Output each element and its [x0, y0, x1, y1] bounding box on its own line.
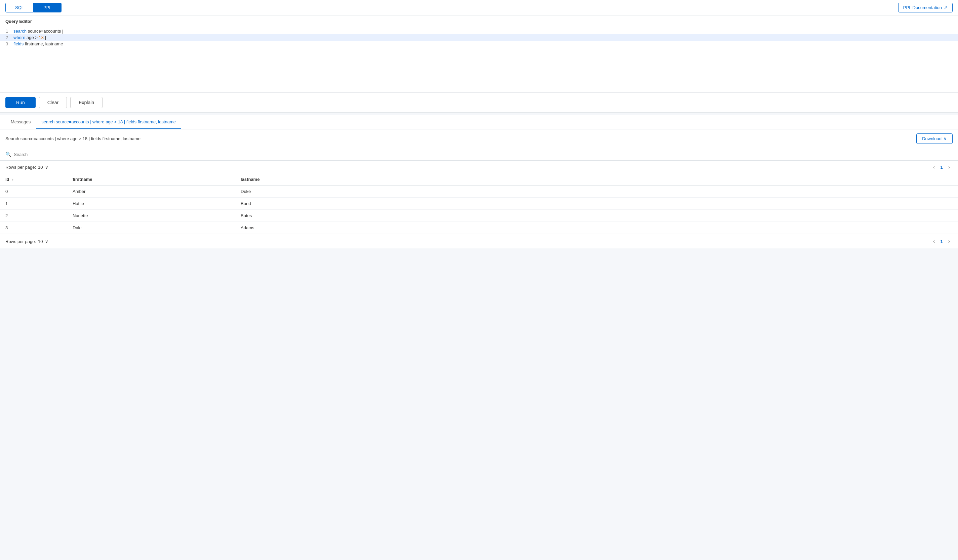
col-header-firstname[interactable]: firstname [67, 173, 235, 186]
col-lastname-label: lastname [241, 177, 260, 182]
cell-id: 0 [0, 186, 67, 198]
explain-button[interactable]: Explain [70, 97, 103, 108]
code-line-1: 1 search source=accounts | [0, 28, 958, 34]
code-line-3: 3 fields firstname, lastname [0, 41, 958, 47]
tab-ppl[interactable]: PPL [33, 3, 62, 13]
result-tabs-bar: Messages search source=accounts | where … [0, 115, 958, 129]
sort-asc-icon: ↑ [12, 178, 14, 181]
code-line-2: 2 where age > 18 | [0, 34, 958, 41]
col-id-label: id [5, 177, 10, 182]
chevron-down-icon: ∨ [944, 136, 947, 141]
next-page-button-top[interactable]: › [945, 163, 953, 171]
line-content-1: search source=accounts | [13, 29, 63, 33]
line-number-1: 1 [0, 29, 13, 33]
line-content-2: where age > 18 | [13, 35, 46, 40]
query-editor-label: Query Editor [0, 16, 958, 25]
col-header-lastname[interactable]: lastname [235, 173, 958, 186]
cell-lastname: Duke [235, 186, 958, 198]
table-row: 3 Dale Adams [0, 222, 958, 234]
rows-per-page-bottom[interactable]: Rows per page: 10 ∨ [5, 239, 48, 244]
page-number-bottom: 1 [940, 239, 942, 244]
data-table: id ↑ firstname lastname 0 Amber Duke 1 H… [0, 173, 958, 234]
prev-page-button-top[interactable]: ‹ [930, 163, 937, 171]
cell-firstname: Dale [67, 222, 235, 234]
line-number-3: 3 [0, 42, 13, 46]
cell-id: 1 [0, 198, 67, 210]
pagination-top: Rows per page: 10 ∨ ‹ 1 › [0, 161, 958, 173]
download-button[interactable]: Download ∨ [916, 133, 953, 144]
table-row: 1 Hattie Bond [0, 198, 958, 210]
ppl-doc-label: PPL Documentation [903, 5, 942, 10]
chevron-down-icon: ∨ [45, 165, 48, 170]
tab-query-result[interactable]: search source=accounts | where age > 18 … [36, 115, 181, 129]
external-link-icon: ↗ [944, 5, 948, 10]
results-header: Search source=accounts | where age > 18 … [0, 129, 958, 148]
line-number-2: 2 [0, 35, 13, 40]
search-bar: 🔍 [0, 148, 958, 161]
page-controls-bottom: ‹ 1 › [930, 238, 953, 245]
rows-per-page-label: Rows per page: [5, 165, 36, 170]
top-bar: SQL PPL PPL Documentation ↗ [0, 0, 958, 16]
table-body: 0 Amber Duke 1 Hattie Bond 2 Nanette Bat… [0, 186, 958, 234]
search-input[interactable] [14, 152, 953, 157]
chevron-down-icon-bottom: ∨ [45, 239, 48, 244]
next-page-button-bottom[interactable]: › [945, 238, 953, 245]
cell-lastname: Bates [235, 210, 958, 222]
results-query-text: Search source=accounts | where age > 18 … [5, 136, 141, 141]
table-row: 0 Amber Duke [0, 186, 958, 198]
table-header-row: id ↑ firstname lastname [0, 173, 958, 186]
rows-per-page-value: 10 [38, 165, 43, 170]
search-icon: 🔍 [5, 152, 11, 157]
rows-per-page-label-bottom: Rows per page: [5, 239, 36, 244]
col-firstname-label: firstname [73, 177, 92, 182]
table-row: 2 Nanette Bates [0, 210, 958, 222]
results-section: Messages search source=accounts | where … [0, 115, 958, 248]
run-button[interactable]: Run [5, 97, 36, 108]
prev-page-button-bottom[interactable]: ‹ [930, 238, 937, 245]
cell-firstname: Amber [67, 186, 235, 198]
cell-id: 2 [0, 210, 67, 222]
page-controls-top: ‹ 1 › [930, 163, 953, 171]
toolbar: Run Clear Explain [0, 92, 958, 112]
col-header-id[interactable]: id ↑ [0, 173, 67, 186]
pagination-bottom: Rows per page: 10 ∨ ‹ 1 › [0, 234, 958, 248]
cell-lastname: Adams [235, 222, 958, 234]
table-header: id ↑ firstname lastname [0, 173, 958, 186]
tab-messages[interactable]: Messages [5, 115, 36, 129]
download-label: Download [922, 136, 942, 141]
code-area[interactable]: 1 search source=accounts | 2 where age >… [0, 25, 958, 92]
tab-group: SQL PPL [5, 3, 62, 13]
rows-per-page-selector[interactable]: Rows per page: 10 ∨ [5, 165, 48, 170]
clear-button[interactable]: Clear [39, 97, 67, 108]
cell-firstname: Hattie [67, 198, 235, 210]
cell-id: 3 [0, 222, 67, 234]
tab-sql[interactable]: SQL [5, 3, 33, 13]
cell-firstname: Nanette [67, 210, 235, 222]
query-editor-section: Query Editor 1 search source=accounts | … [0, 16, 958, 113]
rows-per-page-value-bottom: 10 [38, 239, 43, 244]
line-content-3: fields firstname, lastname [13, 41, 63, 46]
page-number-top: 1 [940, 165, 942, 170]
cell-lastname: Bond [235, 198, 958, 210]
ppl-documentation-button[interactable]: PPL Documentation ↗ [898, 3, 953, 13]
